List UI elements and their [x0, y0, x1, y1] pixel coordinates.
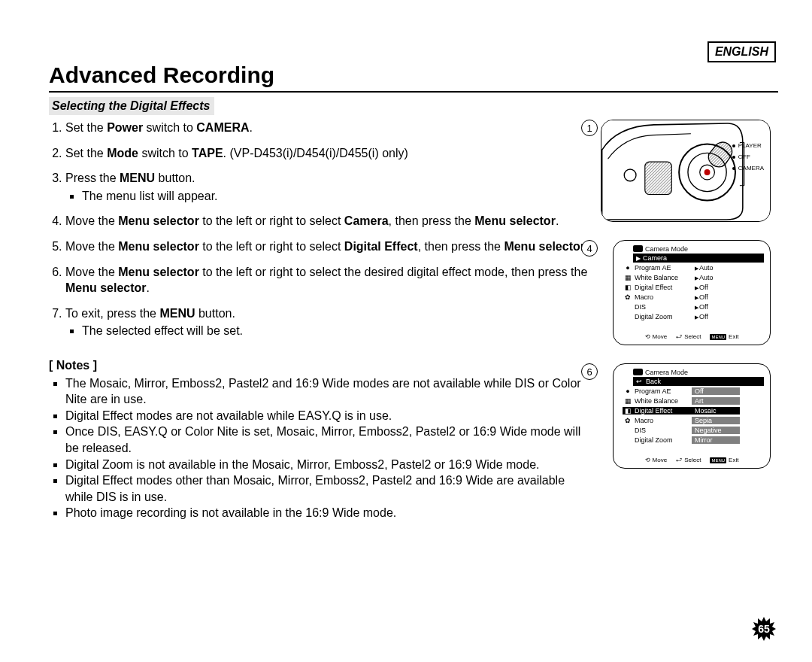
osd-row-value: Off: [692, 293, 740, 301]
note-item: Digital Zoom is not available in the Mos…: [65, 457, 592, 473]
osd-row-icon: ▦: [623, 274, 633, 281]
move-icon: ⟲: [645, 333, 650, 340]
figure-6: 6 Camera Mode Back ●Program AEOff▦White …: [601, 363, 778, 469]
osd-row-icon: ✿: [623, 293, 633, 301]
osd-row-label: DIS: [633, 427, 692, 434]
menu-key-icon: MENU: [710, 334, 726, 340]
steps-list: Set the Power switch to CAMERA. Set the …: [49, 120, 592, 339]
switch-position-camera: CAMERA: [732, 162, 764, 174]
osd-row-label: Digital Zoom: [633, 313, 692, 320]
note-item: Digital Effect modes other than Mosaic, …: [65, 472, 592, 505]
step-2: Set the Mode switch to TAPE. (VP-D453(i)…: [65, 145, 592, 162]
step-3: Press the MENU button. The menu list wil…: [65, 170, 592, 204]
osd-row: ▦White BalanceAuto: [623, 272, 764, 282]
osd-row-label: Macro: [633, 417, 692, 424]
switch-position-off: OFF: [732, 151, 764, 162]
osd-row: ✿MacroSepia: [623, 415, 764, 425]
osd-row-value: Auto: [692, 264, 740, 272]
osd-submenu-back: Back: [633, 377, 764, 386]
osd-row-label: Digital Effect: [633, 284, 692, 291]
move-icon: ⟲: [645, 457, 650, 463]
osd-row-icon: ●: [623, 387, 633, 395]
osd-row: ◧Digital EffectOff: [623, 282, 764, 292]
osd-row-label: Digital Effect: [633, 407, 692, 415]
section-heading: Selecting the Digital Effects: [49, 97, 214, 115]
osd-item-list: ●Program AEAuto▦White BalanceAuto◧Digita…: [623, 263, 764, 321]
step-7-sub: The selected effect will be set.: [82, 323, 592, 339]
power-switch-positions: PLAYER OFF CAMERA: [732, 140, 764, 175]
osd-row-label: White Balance: [633, 397, 692, 405]
osd-footer: ⟲Move ⮐Select MENUExit: [614, 333, 770, 340]
step-7: To exit, press the MENU button. The sele…: [65, 305, 592, 339]
manual-page: ENGLISH Advanced Recording Selecting the…: [0, 0, 812, 662]
osd-row-value: Off: [692, 313, 740, 320]
divider: [49, 91, 778, 93]
figure-4: 4 Camera Mode ▶ Camera ●Program AEAuto▦W…: [601, 240, 778, 345]
osd-row: ◧Digital EffectMosaic: [623, 405, 764, 415]
osd-row-value: Negative: [692, 427, 740, 434]
osd-row-label: White Balance: [633, 274, 692, 281]
notes-heading: [ Notes ]: [49, 357, 592, 374]
menu-key-icon: MENU: [710, 457, 726, 463]
select-icon: ⮐: [676, 333, 682, 340]
instructions-column: Set the Power switch to CAMERA. Set the …: [49, 120, 592, 521]
osd-row-icon: ◧: [623, 284, 633, 291]
osd-mode-title: Camera Mode: [633, 369, 764, 376]
svg-rect-2: [645, 162, 671, 194]
step-5: Move the Menu selector to the left or ri…: [65, 238, 592, 255]
step-1: Set the Power switch to CAMERA.: [65, 120, 592, 136]
switch-position-player: PLAYER: [732, 140, 764, 151]
osd-menu-camera: Camera Mode ▶ Camera ●Program AEAuto▦Whi…: [613, 240, 771, 345]
note-item: Digital Effect modes are not available w…: [65, 408, 592, 424]
figure-1: 1: [601, 120, 778, 222]
step-6: Move the Menu selector to the left or ri…: [65, 264, 592, 296]
osd-row-label: Digital Zoom: [633, 436, 692, 444]
osd-row-label: Macro: [633, 293, 692, 301]
figure-6-label: 6: [581, 363, 598, 380]
osd-menu-digital-effect: Camera Mode Back ●Program AEOff▦White Ba…: [613, 363, 771, 469]
page-title: Advanced Recording: [49, 62, 778, 88]
submenu-marker-icon: ▶: [636, 255, 641, 262]
osd-item-list: ●Program AEOff▦White BalanceArt◧Digital …: [623, 386, 764, 445]
osd-submenu-camera: ▶ Camera: [633, 254, 764, 263]
page-number: 65: [752, 617, 776, 641]
osd-row-value: Art: [692, 397, 740, 405]
osd-row-label: Program AE: [633, 264, 692, 272]
osd-row: DISOff: [623, 302, 764, 311]
osd-row-value: Auto: [692, 274, 740, 281]
osd-row: ●Program AEAuto: [623, 263, 764, 272]
figure-1-label: 1: [581, 120, 598, 136]
osd-row-icon: ●: [623, 264, 633, 272]
osd-row: Digital ZoomMirror: [623, 435, 764, 445]
notes-list: The Mosaic, Mirror, Emboss2, Pastel2 and…: [49, 375, 592, 521]
note-item: Once DIS, EASY.Q or Color Nite is set, M…: [65, 424, 592, 456]
osd-row: ▦White BalanceArt: [623, 396, 764, 405]
osd-row-icon: ◧: [623, 407, 633, 415]
step-4: Move the Menu selector to the left or ri…: [65, 213, 592, 229]
osd-row-label: DIS: [633, 303, 692, 311]
svg-point-6: [704, 169, 710, 175]
osd-footer: ⟲Move ⮐Select MENUExit: [614, 457, 770, 463]
osd-row: ✿MacroOff: [623, 292, 764, 302]
osd-row-value: Mosaic: [692, 407, 740, 415]
osd-row: DISNegative: [623, 425, 764, 435]
note-item: Photo image recording is not available i…: [65, 505, 592, 521]
content-columns: Set the Power switch to CAMERA. Set the …: [49, 120, 778, 521]
figure-4-label: 4: [581, 240, 598, 257]
page-number-badge: 65: [752, 617, 776, 641]
osd-row-value: Sepia: [692, 417, 740, 424]
step-3-sub: The menu list will appear.: [82, 188, 592, 205]
osd-row-value: Mirror: [692, 436, 740, 444]
osd-row-value: Off: [692, 387, 740, 395]
figures-column: 1: [601, 120, 778, 521]
power-switch-illustration: PLAYER OFF CAMERA: [601, 120, 771, 222]
osd-row-icon: ▦: [623, 397, 633, 405]
osd-row-icon: ✿: [623, 417, 633, 424]
osd-row-label: Program AE: [633, 387, 692, 395]
note-item: The Mosaic, Mirror, Emboss2, Pastel2 and…: [65, 375, 592, 408]
osd-row: ●Program AEOff: [623, 386, 764, 396]
osd-mode-title: Camera Mode: [633, 245, 764, 253]
osd-row: Digital ZoomOff: [623, 311, 764, 321]
osd-row-value: Off: [692, 303, 740, 311]
osd-row-value: Off: [692, 284, 740, 291]
